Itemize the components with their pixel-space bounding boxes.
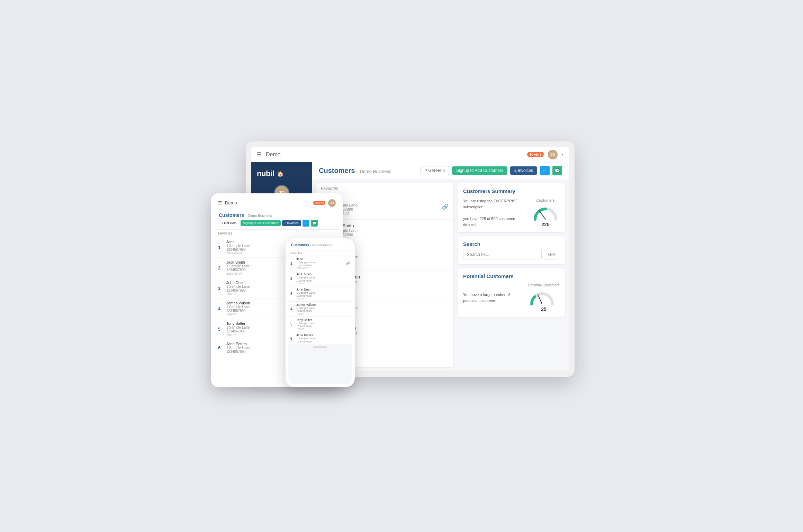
svg-line-0 [539,211,545,219]
phone-customer-date: +06-07 [296,313,350,315]
go-button[interactable]: Go! [544,250,559,259]
potential-gauge: Potential Customers 25 [528,283,559,312]
phone-customer-date: 2019-06-07 [296,267,346,269]
phone-customer-item[interactable]: 3 John Doe 1 Sample Lane 1234567890 +06-… [288,286,352,302]
tablet-chat-button[interactable]: 💬 [311,220,318,227]
tokens-badge: Tokens [527,152,544,157]
customer-date: 2019-06-07 [332,212,442,216]
phone-header: Customers - Demo Business [288,241,352,250]
potential-text: You have a large number of potential cus… [463,292,524,303]
tablet-favorites-label: Favorites [215,230,339,237]
get-help-button[interactable]: ? Get Help [421,166,449,175]
twitter-button[interactable]: 🐦 [540,166,550,175]
header-actions: ? Get Help Signup to Add Customers £ Inv… [421,166,562,175]
phone-customer-info: Jane Peters 1 Sample Lane 1234567890 [296,333,350,343]
tablet-page-sub: - Demo Business [246,214,272,218]
phone-customer-phone: 1234567890 [296,325,350,328]
page-title: Customers [319,167,355,175]
chat-button[interactable]: 💬 [552,166,562,175]
phone-customer-address: 1 Sample Lane [296,337,350,340]
tablet-page-title: Customers [219,212,244,218]
customer-phone: 1234567890 [332,207,442,211]
right-panel: Customers Summary You are using the ENTE… [458,183,565,367]
phone-customer-name: Jack Smith [296,273,350,276]
tablet-customer-num: 2 [218,265,224,270]
customers-gauge: Customers 225 [532,198,559,227]
tablet-app-title: Demo [225,200,310,205]
laptop-topbar: ☰ Demo Tokens JD ▾ [251,147,569,162]
phone-customer-name: Jane Peters [296,333,350,337]
phone-customer-address: 1 Sample Lane [296,261,346,264]
gauge-svg-customers [532,204,559,221]
summary-text: You are using the ENTERPRISE subscriptio… [463,198,527,227]
phone-customer-name: Jane [296,257,346,261]
potential-inner: You have a large number of potential cus… [463,283,559,312]
gauge-svg-potential [528,288,556,306]
tablet-twitter-button[interactable]: 🐦 [303,220,309,227]
tablet-hamburger-icon[interactable]: ☰ [218,200,222,205]
tablet-actions: ? Get Help Signup to Add Customers £ Inv… [219,220,318,227]
summary-title: Customers Summary [463,188,559,194]
tablet-signup-button[interactable]: Signup to Add Customers [241,220,281,226]
customer-phone: 1234567890 [332,233,449,237]
phone-customer-phone: 1234567890 [296,279,350,282]
customer-address: 1 Sample Lane [332,203,442,207]
phone-customer-info: James Wilson 1 Sample Lane 1234567890 +0… [296,303,350,315]
signup-button[interactable]: Signup to Add Customers [452,166,507,175]
phone-customer-num: 4 [290,307,295,311]
phone-page-sub: - Demo Business [310,244,332,247]
phone-customer-date: +06-07 [296,297,350,300]
scene: ☰ Demo Tokens JD ▾ nubil 🏠 JD Welcome, J… [211,141,592,391]
tablet-customer-num: 5 [218,327,224,332]
customer-name: Jack Smith [332,223,449,228]
laptop-app-title: Demo [266,152,523,158]
phone-customer-item[interactable]: 1 Jane 1 Sample Lane 1234567890 2019-06-… [288,256,352,271]
user-avatar: JD [548,150,558,159]
customer-address: 1 Sample Lane [332,229,449,233]
phone-customer-item[interactable]: 5 Tony Salter 1 Sample Lane 1234567890 +… [288,317,352,332]
hamburger-icon[interactable]: ☰ [257,151,262,158]
phone-customer-address: 1 Sample Lane [296,291,350,294]
phone-customer-date: 2019-06-07 [296,282,350,285]
summary-inner: You are using the ENTERPRISE subscriptio… [463,198,559,227]
logo-house-icon: 🏠 [277,171,284,177]
tablet-customer-num: 3 [218,286,224,291]
phone-customer-name: Tony Salter [296,318,350,322]
phone-customer-info: Jack Smith 1 Sample Lane 1234567890 2019… [296,273,350,285]
tablet-help-button[interactable]: ? Get Help [219,220,239,226]
invoices-button[interactable]: £ Invoices [510,166,537,175]
link-icon[interactable]: 🔗 [442,203,449,210]
tablet-tokens-badge: Tokens [313,201,325,205]
tablet-invoices-button[interactable]: £ Invoices [282,220,301,226]
logo-text: nubil [257,169,274,178]
page-subtitle: - Demo Business [357,169,391,174]
gauge-customers-value: 225 [532,222,559,227]
tablet-customer-num: 1 [218,245,224,250]
phone-customer-num: 5 [290,322,295,326]
tablet-header: Customers - Demo Business ? Get Help Sig… [215,209,339,230]
phone-customer-item[interactable]: 2 Jack Smith 1 Sample Lane 1234567890 20… [288,271,352,286]
phone-customer-address: 1 Sample Lane [296,322,350,325]
phone-customer-phone: 1234567890 [296,310,350,313]
search-row: Go! [463,250,559,259]
phone-home-button[interactable] [313,346,327,348]
count-text: you have 225 of 500 customers defined [463,216,527,227]
phone-customer-num: 6 [290,337,295,340]
sidebar-logo: nubil 🏠 [251,162,312,182]
tablet-topbar: ☰ Demo Tokens JD [215,197,339,209]
gauge-potential-value: 25 [528,306,559,312]
phone-customer-info: John Doe 1 Sample Lane 1234567890 +06-07 [296,288,350,300]
phone-title-row: Customers - Demo Business [291,243,349,247]
phone-customer-item[interactable]: 6 Jane Peters 1 Sample Lane 1234567890 [288,332,352,345]
favorites-label: Favorites [316,183,453,194]
phone-customer-list: 1 Jane 1 Sample Lane 1234567890 2019-06-… [288,256,352,345]
phone-customer-item[interactable]: 4 James Wilson 1 Sample Lane 1234567890 … [288,302,352,317]
phone-customer-phone: 1234567890 [296,294,350,297]
phone-customer-name: John Doe [296,288,350,291]
search-title: Search [463,241,559,247]
chevron-down-icon[interactable]: ▾ [562,153,563,156]
summary-card: Customers Summary You are using the ENTE… [458,183,565,232]
svg-line-1 [538,295,542,304]
search-input[interactable] [463,250,542,259]
phone-customer-address: 1 Sample Lane [296,306,350,310]
